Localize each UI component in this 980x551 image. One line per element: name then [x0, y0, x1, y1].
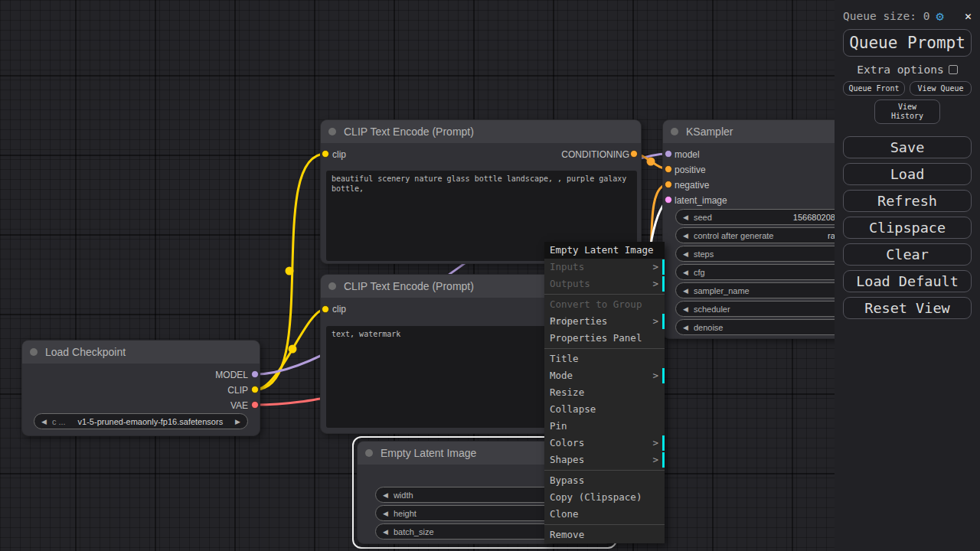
submenu-arrow-icon: > — [652, 276, 658, 292]
submenu-accent-bar — [662, 452, 665, 468]
widget-left-arrow-icon[interactable]: ◀ — [683, 232, 688, 240]
load-default-button[interactable]: Load Default — [843, 270, 972, 292]
context-menu-title: Empty Latent Image — [544, 242, 665, 259]
collapse-dot-icon[interactable] — [328, 128, 336, 135]
menu-item-properties-panel[interactable]: Properties Panel — [544, 330, 665, 347]
widget-left-arrow-icon[interactable]: ◀ — [383, 510, 388, 517]
scheduler-widget[interactable]: ◀ scheduler — [675, 301, 848, 317]
widget-left-arrow-icon[interactable]: ◀ — [383, 528, 388, 536]
widget-label: batch_size — [394, 527, 434, 536]
extra-options-label: Extra options — [857, 64, 944, 76]
extra-options-checkbox[interactable] — [949, 65, 958, 74]
widget-label: seed — [694, 213, 712, 222]
negative-input-label: negative — [675, 180, 709, 191]
positive-input-label: positive — [675, 165, 706, 175]
collapse-dot-icon[interactable] — [30, 348, 38, 356]
menu-item-pin[interactable]: Pin — [544, 418, 665, 435]
submenu-accent-bar — [662, 259, 665, 275]
node-header[interactable]: KSampler — [663, 120, 861, 143]
node-title: Empty Latent Image — [381, 447, 476, 459]
ckpt-name-widget[interactable]: ◀ c ... v1-5-pruned-emaonly-fp16.safeten… — [34, 413, 248, 429]
sampler-name-widget[interactable]: ◀ sampler_name — [675, 282, 848, 298]
menu-item-colors[interactable]: Colors> — [544, 435, 665, 452]
node-header[interactable]: Load Checkpoint — [22, 341, 260, 364]
widget-label: width — [394, 491, 413, 500]
widget-left-arrow-icon[interactable]: ◀ — [683, 214, 688, 221]
link-clip-to-clip1 — [256, 154, 325, 390]
node-header[interactable]: CLIP Text Encode (Prompt) — [321, 120, 641, 143]
menu-item-collapse[interactable]: Collapse — [544, 401, 665, 418]
node-context-menu: Empty Latent Image Inputs> Outputs> Conv… — [544, 242, 665, 543]
queue-prompt-button[interactable]: Queue Prompt — [843, 29, 972, 57]
menu-item-clone[interactable]: Clone — [544, 506, 665, 523]
submenu-arrow-icon: > — [652, 367, 658, 384]
settings-gear-icon[interactable]: ⚙ — [936, 10, 944, 23]
collapse-dot-icon[interactable] — [328, 282, 336, 290]
menu-item-mode[interactable]: Mode> — [544, 367, 665, 384]
submenu-arrow-icon: > — [652, 313, 658, 330]
save-button[interactable]: Save — [843, 136, 972, 158]
menu-item-bypass[interactable]: Bypass — [544, 472, 665, 489]
menu-item-resize[interactable]: Resize — [544, 384, 665, 401]
widget-label: cfg — [694, 268, 705, 277]
vae-output-label: VAE — [230, 400, 248, 411]
widget-label: control after generate — [694, 231, 774, 240]
load-button[interactable]: Load — [843, 163, 972, 185]
clip-input-label: clip — [332, 149, 346, 160]
node-graph-canvas[interactable]: CLIP Text Encode (Prompt) clip CONDITION… — [0, 0, 980, 551]
submenu-accent-bar — [662, 435, 665, 451]
clear-button[interactable]: Clear — [843, 243, 972, 266]
seed-widget[interactable]: ◀ seed 1566802087 — [675, 209, 848, 225]
menu-separator — [544, 470, 665, 471]
widget-label: c ... — [52, 417, 66, 426]
widget-left-arrow-icon[interactable]: ◀ — [41, 418, 47, 425]
widget-value: 1566802087 — [793, 213, 840, 222]
menu-separator — [544, 294, 665, 295]
node-load-checkpoint[interactable]: Load Checkpoint MODEL CLIP VAE ◀ c ... v… — [21, 340, 260, 436]
menu-separator — [544, 348, 665, 349]
refresh-button[interactable]: Refresh — [843, 190, 972, 212]
collapse-dot-icon[interactable] — [365, 449, 373, 457]
widget-left-arrow-icon[interactable]: ◀ — [683, 324, 688, 331]
cfg-widget[interactable]: ◀ cfg — [675, 264, 848, 280]
submenu-accent-bar — [662, 276, 665, 292]
comfy-menu-panel: Queue size: 0 ⚙ ✕ Queue Prompt Extra opt… — [835, 0, 980, 551]
menu-separator — [544, 524, 665, 525]
widget-label: denoise — [694, 323, 724, 332]
submenu-accent-bar — [662, 368, 665, 383]
reset-view-button[interactable]: Reset View — [843, 297, 972, 319]
widget-left-arrow-icon[interactable]: ◀ — [683, 250, 688, 258]
submenu-arrow-icon: > — [652, 452, 658, 468]
menu-item-convert-to-group-node: Convert to Group Node — [544, 296, 665, 313]
close-icon[interactable]: ✕ — [965, 9, 972, 23]
conditioning-output-label: CONDITIONING — [561, 149, 629, 160]
widget-left-arrow-icon[interactable]: ◀ — [383, 491, 388, 499]
node-ksampler[interactable]: KSampler model positive negative latent_… — [662, 119, 861, 339]
widget-right-arrow-icon[interactable]: ▶ — [235, 418, 240, 425]
clip-input-label: clip — [332, 304, 346, 315]
menu-item-shapes[interactable]: Shapes> — [544, 452, 665, 468]
menu-item-remove[interactable]: Remove — [544, 527, 665, 543]
submenu-arrow-icon: > — [652, 259, 658, 276]
node-title: CLIP Text Encode (Prompt) — [344, 126, 474, 138]
node-title: KSampler — [686, 126, 733, 138]
widget-left-arrow-icon[interactable]: ◀ — [683, 305, 688, 313]
link-midpoint-dot — [289, 345, 297, 354]
view-history-button[interactable]: ViewHistory — [874, 99, 940, 124]
widget-left-arrow-icon[interactable]: ◀ — [683, 269, 688, 276]
menu-item-properties[interactable]: Properties> — [544, 313, 665, 330]
collapse-dot-icon[interactable] — [671, 128, 678, 135]
menu-item-title[interactable]: Title — [544, 350, 665, 367]
menu-item-copy-clipspace[interactable]: Copy (Clipspace) — [544, 489, 665, 506]
latent-image-input-label: latent_image — [675, 195, 727, 206]
submenu-accent-bar — [662, 314, 665, 329]
widget-left-arrow-icon[interactable]: ◀ — [683, 287, 688, 295]
model-input-label: model — [675, 149, 700, 160]
view-queue-button[interactable]: View Queue — [910, 81, 972, 96]
clipspace-button[interactable]: Clipspace — [843, 217, 972, 239]
widget-value: v1-5-pruned-emaonly-fp16.safetensors — [71, 417, 230, 426]
control-after-generate-widget[interactable]: ◀ control after generate ran — [675, 227, 848, 243]
denoise-widget[interactable]: ◀ denoise — [675, 319, 848, 335]
steps-widget[interactable]: ◀ steps — [675, 246, 848, 262]
queue-front-button[interactable]: Queue Front — [843, 81, 905, 96]
